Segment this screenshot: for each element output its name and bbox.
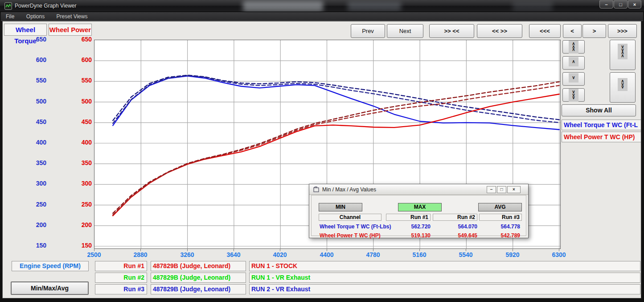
x-tick-label: 4780 [366, 251, 380, 258]
run1-description-field[interactable]: RUN 1 - STOCK [249, 261, 640, 271]
power-row-label: Wheel Power T WC (HP) [320, 232, 381, 239]
y-tick-label: 350 [15, 159, 46, 166]
y-tick-label: 400 [61, 139, 92, 146]
collapse-y-range-button[interactable]: ∧ ∨ ∨ [610, 72, 636, 103]
power-run2-value: 549.645 [437, 232, 477, 239]
y-tick-label: 200 [15, 221, 46, 228]
dialog-maximize-button[interactable]: □ [497, 186, 506, 193]
engine-speed-axis-button[interactable]: Engine Speed (RPM) [12, 261, 89, 271]
menu-preset-views[interactable]: Preset Views [52, 12, 93, 21]
show-all-button[interactable]: Show All [562, 104, 636, 116]
x-tick-label: 3260 [180, 251, 194, 258]
dialog-title-bar[interactable]: Min / Max / Avg Values – □ × [309, 184, 528, 195]
scale-up-fast-button[interactable]: ∧ ∧ ∧ [562, 40, 585, 54]
y-tick-label: 350 [61, 159, 92, 166]
power-run1-value: 519.130 [390, 232, 431, 239]
y-tick-label: 650 [61, 36, 92, 43]
series-wheel-torque-run-3 [113, 76, 559, 124]
legend-power-channel[interactable]: Wheel Power T WC (HP) [562, 132, 641, 142]
triple-chevron-up-icon: ∧ ∧ ∧ [569, 41, 578, 54]
pan-left-button[interactable]: < [563, 24, 582, 38]
wheel-torque-axis-button[interactable]: Wheel Torque [4, 24, 47, 36]
run2-column-header: Run #2 [433, 214, 477, 221]
y-tick-label: 400 [15, 139, 46, 146]
x-tick-label: 6300 [552, 251, 566, 258]
x-tick-label: 4020 [273, 251, 287, 258]
client-area: Wheel Torque Wheel Power Prev Next >> <<… [2, 21, 641, 298]
minmaxavg-button[interactable]: Min/Max/Avg [11, 281, 89, 295]
y-tick-label: 550 [15, 77, 46, 84]
y-tick-label: 300 [15, 180, 46, 187]
avg-mode-button[interactable]: AVG [478, 203, 522, 211]
prev-button[interactable]: Prev [351, 24, 385, 38]
y-tick-label: 250 [61, 201, 92, 208]
series-wheel-torque-run-1 [113, 76, 559, 129]
y-tick-label: 600 [15, 56, 46, 63]
run3-column-header: Run #3 [479, 214, 522, 221]
x-tick-label: 5920 [505, 251, 519, 258]
scale-down-button[interactable]: ∨ [562, 72, 585, 86]
zoom-out-x-button[interactable]: << >> [477, 24, 522, 38]
y-tick-label: 550 [61, 77, 92, 84]
y-tick-label: 250 [15, 201, 46, 208]
titlebar-reflection [348, 2, 401, 11]
scale-down-fast-button[interactable]: ∨ ∨ ∨ [562, 88, 585, 102]
x-tick-label: 2500 [87, 251, 101, 258]
x-tick-label: 3640 [226, 251, 240, 258]
powerdyne-window: PowerDyne Graph Viewer – □ × File Option… [0, 0, 644, 302]
next-button[interactable]: Next [387, 24, 423, 38]
x-tick-label: 4400 [320, 251, 333, 258]
channel-column-header: Channel [319, 214, 381, 221]
legend-torque-channel[interactable]: Wheel Torque T WC (Ft-L [562, 120, 641, 130]
pan-right-fast-button[interactable]: >>> [608, 24, 637, 38]
menu-bar: File Options Preset Views [1, 12, 643, 21]
title-bar: PowerDyne Graph Viewer – □ × [0, 0, 644, 12]
wheel-power-axis-button[interactable]: Wheel Power [49, 24, 92, 36]
run2-description-field[interactable]: RUN 1 - VR Exhaust [249, 273, 640, 283]
x-tick-label: 5160 [412, 251, 426, 258]
torque-row-label: Wheel Torque T WC (Ft-Lbs) [320, 223, 391, 230]
y-tick-label: 600 [61, 56, 92, 63]
run3-description-field[interactable]: RUN 2 - VR Exhaust [249, 284, 640, 294]
zoom-in-x-button[interactable]: >> << [429, 24, 474, 38]
dialog-title: Min / Max / Avg Values [322, 186, 376, 193]
maximize-button[interactable]: □ [614, 0, 628, 8]
run2-name-field[interactable]: 487829B (Judge, Leonard) [151, 273, 246, 283]
torque-run3-value: 564.778 [480, 223, 520, 230]
minimize-button[interactable]: – [599, 0, 613, 8]
dialog-body: MIN MAX AVG Channel Run #1 Run #2 Run #3… [311, 195, 526, 236]
collapse-chevrons-icon: ∧ ∨ ∨ [618, 78, 627, 91]
run1-label: Run #1 [95, 261, 147, 271]
max-mode-button[interactable]: MAX [398, 203, 442, 211]
dialog-close-button[interactable]: × [507, 186, 521, 193]
run3-name-field[interactable]: 487829B (Judge, Leonard) [151, 284, 246, 294]
menu-file[interactable]: File [1, 12, 19, 21]
power-run3-value: 542.789 [480, 232, 520, 239]
y-tick-label: 500 [15, 98, 46, 105]
window-title: PowerDyne Graph Viewer [15, 3, 77, 9]
min-mode-button[interactable]: MIN [319, 203, 362, 211]
pan-left-fast-button[interactable]: <<< [529, 24, 561, 38]
run1-name-field[interactable]: 487829B (Judge, Leonard) [151, 261, 246, 271]
x-tick-label: 2880 [133, 251, 147, 258]
app-icon [4, 2, 12, 10]
titlebar-reflection [513, 1, 553, 11]
close-button[interactable]: × [628, 0, 641, 8]
expand-chevrons-icon: ∨ ∨ ∧ ∧ [618, 44, 627, 59]
y-tick-label: 450 [61, 118, 92, 125]
torque-run1-value: 562.720 [390, 223, 431, 230]
triple-chevron-down-icon: ∨ ∨ ∨ [569, 89, 578, 102]
menu-options[interactable]: Options [21, 12, 49, 21]
expand-y-range-button[interactable]: ∨ ∨ ∧ ∧ [610, 40, 636, 70]
torque-run2-value: 564.070 [437, 223, 477, 230]
x-tick-label: 5540 [459, 251, 472, 258]
scale-up-button[interactable]: ∧ [562, 56, 585, 70]
titlebar-reflection [243, 1, 323, 12]
y-tick-label: 150 [61, 242, 92, 249]
chevron-up-icon: ∧ [569, 57, 578, 66]
minmaxavg-dialog: Min / Max / Avg Values – □ × MIN MAX AVG… [309, 184, 529, 238]
y-tick-label: 650 [15, 36, 46, 43]
pan-right-button[interactable]: > [582, 24, 606, 38]
y-tick-label: 500 [61, 98, 92, 105]
dialog-minimize-button[interactable]: – [487, 186, 496, 193]
